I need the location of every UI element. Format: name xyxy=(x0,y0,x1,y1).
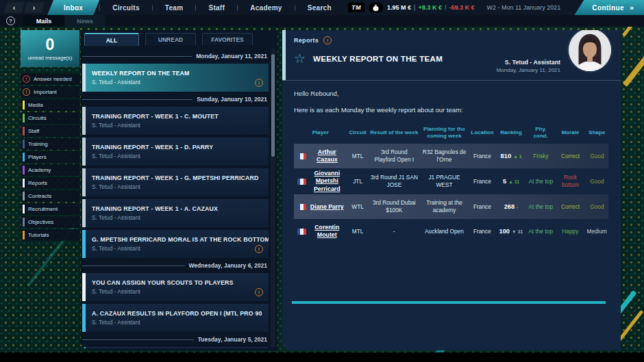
top-bar: ‹ › InboxCircuitsTeamStaffAcademySearch … xyxy=(0,0,644,15)
sidebar-item-objectives[interactable]: Objectives xyxy=(21,216,79,228)
nav-tab-academy[interactable]: Academy xyxy=(238,0,295,15)
continue-chevrons-icon: » xyxy=(630,3,633,12)
mail-category-bar xyxy=(82,273,86,301)
category-alert-icon: ! xyxy=(23,88,30,96)
continue-button[interactable]: Continue » xyxy=(574,0,644,15)
category-color-bar xyxy=(23,101,25,109)
help-icon[interactable]: ? xyxy=(6,16,15,25)
sidebar-item-media[interactable]: Media xyxy=(21,99,79,111)
report-col-shape: Shape xyxy=(586,129,608,136)
sidebar-item-training[interactable]: Training xyxy=(21,138,79,150)
nav-tab-search[interactable]: Search xyxy=(295,0,344,15)
nav-tab-team[interactable]: Team xyxy=(153,0,196,15)
sidebar-item-players[interactable]: Players xyxy=(21,151,79,163)
report-col-result-of-the-week: Result of the week xyxy=(369,129,420,136)
mail-tab-unread[interactable]: UNREAD xyxy=(145,33,196,45)
sent-date: Monday, January 11, 2021 xyxy=(496,67,560,73)
sidebar-item-label: Important xyxy=(34,89,57,95)
shape-cell: Good xyxy=(586,202,608,212)
france-flag-icon xyxy=(297,204,306,210)
finance-separator: | xyxy=(414,4,416,11)
shape-cell: Medium xyxy=(585,227,608,237)
sidebar-item-label: Objectives xyxy=(28,219,53,225)
date-separator-line xyxy=(82,339,194,340)
nav-tab-circuits[interactable]: Circuits xyxy=(100,0,152,15)
sidebar-item-label: Contracts xyxy=(28,193,51,199)
app-window: ‹ › InboxCircuitsTeamStaffAcademySearch … xyxy=(0,0,644,362)
report-table-row: Corentin Moutet MTL - Auckland Open Fran… xyxy=(294,219,608,244)
report-col-phy-cond: Phy. cond. xyxy=(526,126,555,140)
sidebar-item-answer-needed[interactable]: ! Answer needed xyxy=(21,73,79,85)
sidebar-item-recruitment[interactable]: Recruitment xyxy=(21,203,79,215)
player-name-link[interactable]: Giovanni Mpetshi Perricard xyxy=(308,170,346,193)
favorite-star-icon[interactable]: ☆ xyxy=(294,52,306,65)
sidebar-item-reports[interactable]: Reports xyxy=(21,177,79,189)
sidebar-item-circuits[interactable]: Circuits xyxy=(21,112,79,124)
planning-cell: Auckland Open xyxy=(420,227,469,237)
mail-item[interactable]: TRAINING REPORT - WEEK 1 - A. CAZAUX S. … xyxy=(82,199,269,227)
ranking-cell: 5▲ 11 xyxy=(496,176,526,187)
mail-scrollbar[interactable] xyxy=(271,49,275,348)
player-name-link[interactable]: Corentin Moutet xyxy=(308,224,346,240)
mail-sender: S. Tetud - Assistant xyxy=(92,214,218,221)
sidebar-item-academy[interactable]: Academy xyxy=(21,164,79,176)
weekly-expense: -59.3 K € xyxy=(449,4,474,11)
physical-condition-cell: At the top xyxy=(526,202,555,212)
date-separator: Monday, January 11, 2021 xyxy=(82,52,267,60)
report-col-ranking: Ranking xyxy=(496,129,526,136)
category-color-bar xyxy=(23,218,25,227)
mail-scrollbar-thumb[interactable] xyxy=(271,54,275,157)
sidebar-item-staff[interactable]: Staff xyxy=(21,125,79,137)
report-body: Hello Rebound, Here is as each Monday th… xyxy=(282,81,621,244)
mail-item[interactable]: D. PARRY RESULTS IN DUBAI $100K (WTL INT… xyxy=(82,347,269,348)
history-arrows: ‹ › xyxy=(0,0,47,15)
sidebar-item-label: Tutorials xyxy=(28,232,49,238)
forward-button[interactable]: › xyxy=(23,2,45,13)
sidebar-item-tutorials[interactable]: Tutorials xyxy=(21,229,79,241)
tab-mails[interactable]: Mails xyxy=(23,15,64,27)
mail-item[interactable]: TRAINING REPORT - WEEK 1 - D. PARRY S. T… xyxy=(82,138,269,166)
top-bar-right: TM 1.95 M € | +8.3 K € / -59.3 K € W2 - … xyxy=(348,0,644,15)
mail-subject: A. CAZAUX RESULTS IN PLAYFORD OPEN I (MT… xyxy=(92,310,253,317)
unread-count: 0 xyxy=(46,37,55,53)
mail-list-panel: ALLUNREADFAVORITES Monday, January 11, 2… xyxy=(81,30,277,350)
mail-item[interactable]: G. MPETSHI PERRICARD MORAL IS AT THE ROC… xyxy=(82,230,269,258)
nav-tab-staff[interactable]: Staff xyxy=(196,0,237,15)
bottom-letterbox xyxy=(0,352,644,362)
sidebar-items: ! Answer needed ! Important Media Circui… xyxy=(21,73,79,241)
sidebar-item-contracts[interactable]: Contracts xyxy=(21,190,79,202)
mail-subject: TRAINING REPORT - WEEK 1 - D. PARRY xyxy=(92,144,213,151)
mail-item[interactable]: TRAINING REPORT - WEEK 1 - G. MPETSHI PE… xyxy=(82,168,269,196)
date-separator-line xyxy=(82,266,185,266)
player-name-link[interactable]: Diane Parry xyxy=(308,203,346,211)
tab-news[interactable]: News xyxy=(64,15,106,27)
category-color-bar xyxy=(23,231,25,240)
ranking-value: 810 xyxy=(501,153,512,159)
mail-item[interactable]: TRAINING REPORT - WEEK 1 - C. MOUTET S. … xyxy=(82,107,269,135)
mail-tab-favorites[interactable]: FAVORITES xyxy=(202,33,253,45)
nav-tab-inbox[interactable]: Inbox xyxy=(47,0,99,15)
shape-cell: Good xyxy=(586,151,608,161)
morale-cell: Happy xyxy=(555,227,585,237)
ranking-value: 100 xyxy=(499,228,510,235)
mail-tab-all[interactable]: ALL xyxy=(84,33,139,46)
player-name-link[interactable]: Arthur Cazaux xyxy=(308,148,346,164)
back-button[interactable]: ‹ xyxy=(3,2,25,13)
report-col-planning-for-the-coming-week: Planning for the coming week xyxy=(420,126,469,140)
mail-sender: S. Tetud - Assistant xyxy=(92,153,213,159)
mail-sender: S. Tetud - Assistant xyxy=(92,319,253,326)
mail-item[interactable]: WEEKLY REPORT ON THE TEAM S. Tetud - Ass… xyxy=(82,64,269,92)
sidebar-item-label: Recruitment xyxy=(28,206,58,212)
location-cell: France xyxy=(469,151,496,161)
ranking-value: 5 xyxy=(503,178,506,185)
category-color-bar xyxy=(23,192,25,201)
important-icon: ! xyxy=(323,36,332,44)
mail-item[interactable]: YOU CAN ASSIGN YOUR SCOUTS TO PLAYERS S.… xyxy=(82,273,269,301)
sidebar-item-important[interactable]: ! Important xyxy=(21,86,79,98)
shape-cell: Good xyxy=(586,177,608,187)
mail-item[interactable]: A. CAZAUX RESULTS IN PLAYFORD OPEN I (MT… xyxy=(82,304,269,332)
report-table-row: Arthur Cazaux MTL 3rd Round Playford Ope… xyxy=(294,144,608,168)
mail-sender: S. Tetud - Assistant xyxy=(92,183,253,190)
circuit-cell: MTL xyxy=(347,151,369,161)
mail-subject: G. MPETSHI PERRICARD MORAL IS AT THE ROC… xyxy=(92,236,253,243)
